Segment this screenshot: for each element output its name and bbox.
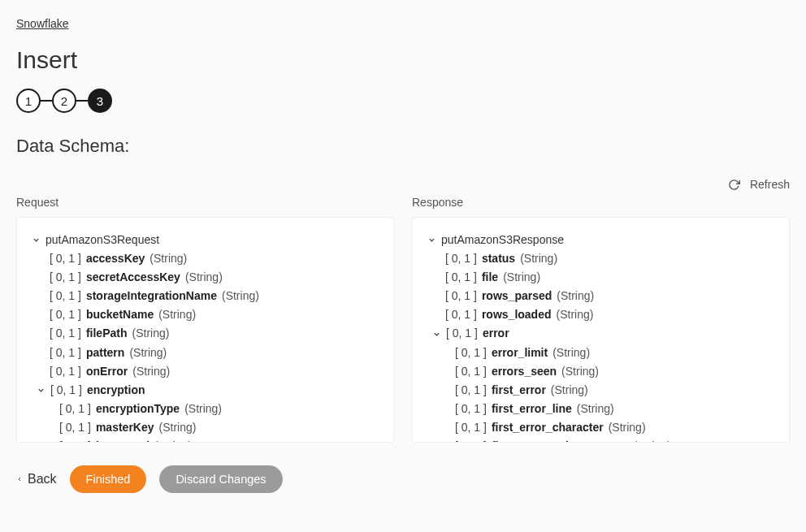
refresh-icon (728, 179, 740, 191)
tree-row[interactable]: putAmazonS3Response (427, 231, 774, 249)
field-cardinality: [ 0, 1 ] (455, 344, 487, 362)
tree-row[interactable]: [ 0, 1 ] errors_seen (String) (427, 362, 774, 381)
field-name: filePath (86, 324, 128, 343)
tree-row[interactable]: [ 0, 1 ] encryptionType (String) (32, 400, 379, 418)
chevron-left-icon (16, 474, 23, 484)
field-cardinality: [ 0, 1 ] (445, 287, 477, 305)
tree-node-name: putAmazonS3Response (441, 231, 564, 249)
field-name: accessKey (86, 249, 145, 268)
refresh-button[interactable]: Refresh (728, 178, 790, 191)
field-cardinality: [ 0, 1 ] (50, 324, 81, 343)
chevron-down-icon[interactable] (432, 330, 441, 339)
discard-changes-button[interactable]: Discard Changes (159, 465, 282, 493)
tree-row[interactable]: [ 0, 1 ] first_error_line (String) (427, 400, 774, 418)
field-cardinality: [ 0, 1 ] (455, 362, 487, 381)
tree-node-name: putAmazonS3Request (46, 231, 159, 249)
tree-row[interactable]: [ 0, 1 ] kmsKeyId (String) (32, 437, 379, 443)
tree-row[interactable]: [ 0, 1 ] rows_parsed (String) (427, 287, 774, 305)
field-type: (String) (159, 418, 197, 437)
tree-row[interactable]: [ 0, 1 ] secretAccessKey (String) (32, 268, 379, 287)
field-cardinality: [ 0, 1 ] (50, 287, 81, 305)
field-type: (String) (185, 268, 223, 287)
tree-row[interactable]: [ 0, 1 ] pattern (String) (32, 344, 379, 362)
field-name: first_error (492, 381, 546, 400)
tree-row[interactable]: [ 0, 1 ] onError (String) (32, 362, 379, 381)
response-panel-label: Response (412, 196, 790, 209)
chevron-down-icon[interactable] (37, 386, 46, 395)
field-name: pattern (86, 344, 124, 362)
field-cardinality: [ 0, 1 ] (455, 437, 487, 443)
field-cardinality: [ 0, 1 ] (445, 305, 477, 324)
tree-row[interactable]: [ 0, 1 ] encryption (32, 381, 379, 400)
field-name: rows_parsed (482, 287, 552, 305)
field-type: (String) (184, 400, 222, 418)
field-name: error_limit (492, 344, 548, 362)
field-type: (String) (150, 249, 187, 268)
chevron-down-icon[interactable] (427, 236, 436, 244)
field-cardinality: [ 0, 1 ] (445, 249, 477, 268)
tree-row[interactable]: [ 0, 1 ] filePath (String) (32, 324, 379, 343)
tree-row[interactable]: [ 0, 1 ] masterKey (String) (32, 418, 379, 437)
tree-row[interactable]: [ 0, 1 ] first_error_character (String) (427, 418, 774, 437)
back-button[interactable]: Back (16, 472, 57, 487)
field-cardinality: [ 0, 1 ] (455, 381, 487, 400)
field-type: (String) (503, 268, 540, 287)
tree-row[interactable]: [ 0, 1 ] error_limit (String) (427, 344, 774, 362)
chevron-down-icon[interactable] (32, 236, 41, 244)
field-name: storageIntegrationName (86, 287, 217, 305)
field-type: (String) (132, 324, 170, 343)
field-type: (String) (609, 418, 646, 437)
step-1[interactable]: 1 (16, 89, 41, 113)
field-type: (String) (132, 362, 170, 381)
field-type: (String) (561, 362, 599, 381)
tree-row[interactable]: [ 0, 1 ] rows_loaded (String) (427, 305, 774, 324)
field-cardinality: [ 0, 1 ] (50, 362, 81, 381)
response-panel: putAmazonS3Response [ 0, 1 ] status (Str… (412, 217, 790, 443)
field-cardinality: [ 0, 1 ] (455, 418, 487, 437)
field-name: encryptionType (96, 400, 180, 418)
field-type: (String) (557, 287, 594, 305)
tree-row[interactable]: [ 0, 1 ] first_error (String) (427, 381, 774, 400)
field-name: errors_seen (492, 362, 557, 381)
page-title: Insert (16, 46, 790, 74)
field-type: (String) (634, 437, 671, 443)
field-cardinality: [ 0, 1 ] (59, 418, 91, 437)
field-name: kmsKeyId (96, 437, 150, 443)
tree-row[interactable]: [ 0, 1 ] accessKey (String) (32, 249, 379, 268)
field-cardinality: [ 0, 1 ] (59, 400, 91, 418)
field-cardinality: [ 0, 1 ] (50, 305, 81, 324)
stepper: 1 2 3 (16, 89, 790, 113)
tree-row[interactable]: putAmazonS3Request (32, 231, 379, 249)
tree-row[interactable]: [ 0, 1 ] storageIntegrationName (String) (32, 287, 379, 305)
field-cardinality: [ 0, 1 ] (50, 268, 81, 287)
field-cardinality: [ 0, 1 ] (50, 381, 82, 400)
tree-row[interactable]: [ 0, 1 ] bucketName (String) (32, 305, 379, 324)
field-name: first_error_character (492, 418, 604, 437)
tree-row[interactable]: [ 0, 1 ] first_error_column_name (String… (427, 437, 774, 443)
tree-row[interactable]: [ 0, 1 ] file (String) (427, 268, 774, 287)
field-name: status (482, 249, 515, 268)
field-name: secretAccessKey (86, 268, 180, 287)
field-cardinality: [ 0, 1 ] (446, 324, 478, 343)
field-cardinality: [ 0, 1 ] (50, 344, 81, 362)
finished-button[interactable]: Finished (70, 465, 147, 493)
step-2[interactable]: 2 (52, 89, 76, 113)
field-name: bucketName (86, 305, 154, 324)
field-name: encryption (87, 381, 145, 400)
tree-row[interactable]: [ 0, 1 ] error (427, 324, 774, 343)
field-type: (String) (557, 305, 594, 324)
breadcrumb-link[interactable]: Snowflake (16, 17, 69, 30)
step-3[interactable]: 3 (88, 89, 112, 113)
field-name: masterKey (96, 418, 154, 437)
field-type: (String) (222, 287, 259, 305)
field-type: (String) (551, 381, 588, 400)
section-title: Data Schema: (16, 136, 790, 157)
step-connector (41, 100, 52, 102)
tree-row[interactable]: [ 0, 1 ] status (String) (427, 249, 774, 268)
back-label: Back (28, 472, 57, 487)
field-name: first_error_line (492, 400, 572, 418)
request-panel-label: Request (16, 196, 394, 209)
field-name: rows_loaded (482, 305, 552, 324)
field-name: error (483, 324, 509, 343)
field-type: (String) (552, 344, 590, 362)
